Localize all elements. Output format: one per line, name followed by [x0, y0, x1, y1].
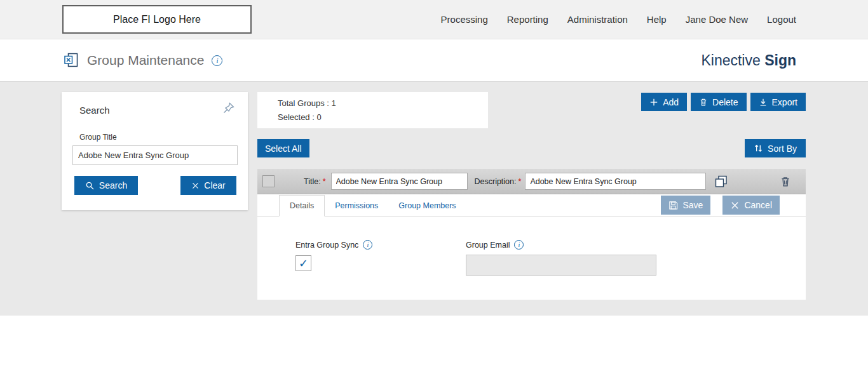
details-tab-content: Entra Group Sync i ✓ Group Email i: [257, 217, 806, 276]
group-email-info-icon[interactable]: i: [514, 240, 524, 250]
nav-item-help[interactable]: Help: [647, 14, 667, 25]
nav-item-reporting[interactable]: Reporting: [507, 14, 548, 25]
save-button[interactable]: Save: [661, 196, 710, 215]
tab-group-members[interactable]: Group Members: [388, 196, 466, 216]
group-row: Title:* Description:*: [257, 169, 806, 194]
tab-permissions[interactable]: Permissions: [325, 196, 388, 216]
list-controls-row: Select All Sort By: [257, 139, 806, 157]
export-icon: [759, 98, 768, 107]
search-button[interactable]: Search: [74, 176, 138, 195]
group-title-search-input[interactable]: [72, 145, 238, 165]
page: Place FI Logo Here Processing Reporting …: [0, 0, 868, 374]
sort-by-label: Sort By: [768, 144, 797, 154]
search-button-label: Search: [99, 180, 127, 190]
brand-logo: Kinective Sign: [701, 52, 868, 69]
groups-content: Total Groups : 1 Selected : 0 Add: [257, 92, 806, 300]
select-all-button[interactable]: Select All: [257, 139, 309, 157]
search-panel-title: Search: [79, 105, 110, 116]
add-button-label: Add: [663, 97, 679, 107]
group-maintenance-icon: [63, 52, 79, 69]
title-label-text: Title:: [304, 177, 321, 186]
clear-button-label: Clear: [204, 180, 225, 190]
cancel-button[interactable]: Cancel: [722, 196, 780, 215]
plus-icon: [649, 98, 658, 107]
group-row-checkbox[interactable]: [262, 175, 275, 187]
nav-item-administration[interactable]: Administration: [567, 14, 628, 25]
entra-group-sync-info-icon[interactable]: i: [363, 240, 372, 250]
checkmark-icon: ✓: [299, 258, 308, 269]
main-content: Search Group Title: [0, 82, 868, 316]
nav-item-logout[interactable]: Logout: [767, 14, 796, 25]
page-title-group: Group Maintenance i: [63, 52, 222, 69]
select-all-label: Select All: [265, 144, 302, 154]
save-icon: [668, 201, 678, 210]
cancel-button-label: Cancel: [744, 200, 772, 210]
export-button[interactable]: Export: [750, 93, 806, 111]
search-icon: [85, 181, 95, 190]
group-detail-panel: Details Permissions Group Members: [257, 194, 806, 300]
page-title: Group Maintenance: [87, 53, 204, 68]
description-label: Description:*: [475, 177, 522, 186]
description-required-marker: *: [519, 177, 522, 186]
entra-group-sync-label-row: Entra Group Sync i: [295, 240, 466, 250]
brand-regular: Kinective: [701, 52, 760, 69]
nav-item-processing[interactable]: Processing: [441, 14, 488, 25]
clear-x-icon: [191, 182, 200, 190]
fi-logo-text: Place FI Logo Here: [113, 14, 201, 25]
group-title-label: Group Title: [79, 133, 248, 142]
search-panel: Search Group Title: [62, 92, 248, 210]
cancel-x-icon: [730, 201, 740, 210]
sort-icon: [754, 144, 763, 153]
summary-box: Total Groups : 1 Selected : 0: [257, 92, 488, 128]
description-label-text: Description:: [475, 177, 517, 186]
entra-group-sync-checkbox[interactable]: ✓: [295, 255, 311, 271]
page-info-icon[interactable]: i: [212, 55, 222, 66]
group-email-field: Group Email i: [466, 240, 656, 276]
trash-icon: [699, 98, 708, 107]
delete-button-label: Delete: [712, 97, 738, 107]
copy-icon[interactable]: [714, 174, 729, 189]
fi-logo-placeholder: Place FI Logo Here: [62, 5, 252, 34]
search-buttons: Search Clear: [74, 176, 236, 195]
group-title-input[interactable]: [331, 173, 468, 190]
save-cancel-actions: Save Cancel: [661, 196, 780, 215]
entra-group-sync-label: Entra Group Sync: [295, 241, 358, 250]
group-email-label: Group Email: [466, 241, 510, 250]
nav-item-user[interactable]: Jane Doe New: [686, 14, 748, 25]
group-description-input[interactable]: [525, 173, 706, 190]
clear-button[interactable]: Clear: [180, 176, 236, 195]
search-panel-header: Search: [62, 92, 248, 116]
toolbar: Add Delete: [641, 93, 806, 111]
group-email-input: [466, 255, 656, 276]
tab-details[interactable]: Details: [279, 195, 325, 217]
tab-strip: Details Permissions Group Members: [257, 194, 806, 217]
top-bar: Place FI Logo Here Processing Reporting …: [0, 0, 868, 39]
row-delete-icon[interactable]: [780, 175, 791, 188]
title-label: Title:*: [304, 177, 326, 186]
brand-bold: Sign: [764, 52, 796, 69]
title-required-marker: *: [323, 177, 326, 186]
top-nav: Processing Reporting Administration Help…: [441, 14, 868, 25]
total-groups-text: Total Groups : 1: [278, 98, 488, 108]
entra-group-sync-field: Entra Group Sync i ✓: [295, 240, 466, 276]
export-button-label: Export: [772, 97, 797, 107]
pin-icon[interactable]: [222, 102, 235, 114]
sort-by-button[interactable]: Sort By: [745, 139, 806, 157]
selected-text: Selected : 0: [278, 112, 488, 122]
delete-button[interactable]: Delete: [691, 93, 746, 111]
save-button-label: Save: [682, 200, 703, 210]
summary-toolbar-row: Total Groups : 1 Selected : 0 Add: [257, 92, 806, 128]
group-email-label-row: Group Email i: [466, 240, 656, 250]
page-header: Group Maintenance i Kinective Sign: [0, 39, 868, 82]
add-button[interactable]: Add: [641, 93, 687, 111]
